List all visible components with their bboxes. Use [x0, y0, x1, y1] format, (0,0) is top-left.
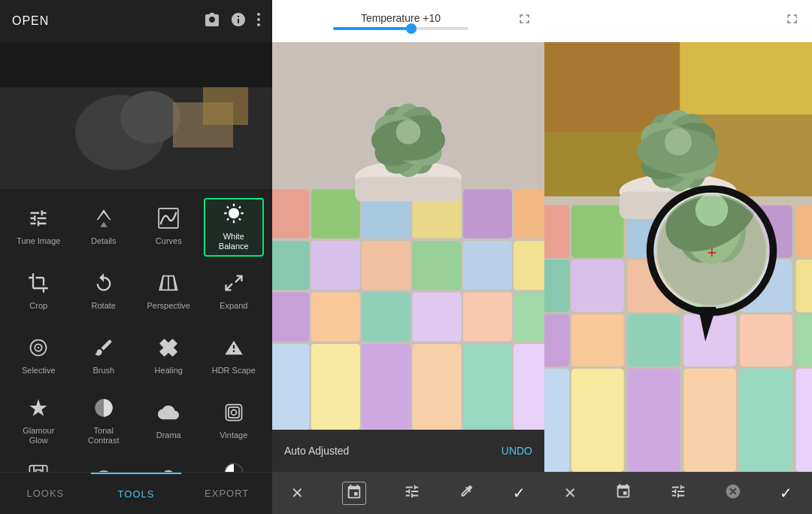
tool-tonal-contrast[interactable]: TonalContrast	[74, 392, 134, 451]
eyedropper-button[interactable]	[458, 483, 474, 503]
expand-icon	[223, 272, 244, 297]
selective-icon	[28, 337, 49, 361]
tool-crop[interactable]: Crop	[8, 263, 68, 321]
tool-grunge[interactable]: Grunge	[138, 457, 198, 472]
black-white-icon	[223, 462, 244, 472]
svg-rect-41	[272, 344, 310, 430]
svg-rect-83	[628, 369, 680, 472]
details-label: Details	[91, 236, 117, 246]
confirm-button[interactable]: ✓	[513, 484, 526, 502]
svg-rect-37	[362, 292, 411, 341]
tonal-contrast-label: TonalContrast	[88, 426, 120, 446]
svg-point-1	[257, 18, 260, 21]
tune-button[interactable]	[404, 483, 420, 503]
info-icon[interactable]	[232, 13, 245, 30]
left-thumbnail	[0, 42, 272, 189]
perspective-icon	[158, 272, 179, 297]
svg-rect-79	[740, 314, 792, 366]
tool-details[interactable]: Details	[74, 198, 134, 257]
svg-rect-20	[36, 470, 41, 472]
tool-selective[interactable]: Selective	[8, 327, 68, 386]
center-panel: Temperature +10	[272, 0, 544, 514]
svg-rect-80	[796, 314, 812, 366]
right-auto-button[interactable]	[615, 483, 632, 503]
svg-point-16	[231, 410, 236, 415]
svg-rect-29	[272, 241, 310, 290]
tool-brush[interactable]: Brush	[74, 327, 134, 386]
tools-grid: Tune Image Details Curves WhiteBalance	[0, 189, 272, 472]
svg-rect-69	[544, 260, 569, 312]
svg-rect-27	[463, 190, 512, 239]
tool-perspective[interactable]: Perspective	[138, 263, 198, 321]
healing-icon	[158, 337, 179, 361]
tool-retrolux[interactable]: Retrolux	[74, 457, 134, 472]
svg-rect-68	[796, 205, 812, 258]
right-top-bar	[544, 0, 812, 42]
tool-grainy-film[interactable]: GrainyFilm	[8, 457, 68, 472]
svg-rect-36	[311, 292, 360, 341]
svg-rect-31	[362, 241, 411, 290]
tool-rotate[interactable]: Rotate	[74, 263, 134, 321]
svg-rect-33	[463, 241, 512, 290]
hdr-scape-icon	[223, 337, 244, 361]
right-cancel-button[interactable]: ✕	[564, 484, 577, 502]
svg-rect-75	[544, 314, 569, 366]
nav-tab-export[interactable]: EXPORT	[181, 473, 272, 514]
tool-glamour-glow[interactable]: GlamourGlow	[8, 392, 68, 451]
more-icon[interactable]	[257, 13, 260, 30]
temperature-slider-container: Temperature +10	[284, 12, 517, 30]
tools-row-3: Selective Brush Healing HDR Scape	[0, 324, 272, 389]
svg-rect-86	[796, 369, 812, 472]
grunge-icon	[158, 467, 179, 472]
svg-point-0	[257, 13, 260, 16]
rotate-label: Rotate	[92, 301, 116, 311]
svg-rect-82	[571, 369, 624, 472]
svg-rect-32	[412, 241, 461, 290]
perspective-label: Perspective	[147, 301, 190, 311]
tune-image-icon	[28, 208, 49, 232]
tool-curves[interactable]: Curves	[138, 198, 198, 257]
details-icon	[93, 208, 114, 232]
nav-tab-looks[interactable]: LOOKS	[0, 473, 91, 514]
tool-vintage[interactable]: Vintage	[204, 392, 264, 451]
crop-label: Crop	[29, 301, 47, 311]
svg-rect-40	[514, 292, 544, 341]
svg-rect-85	[740, 369, 792, 472]
svg-rect-76	[571, 314, 624, 366]
svg-point-56	[396, 120, 421, 144]
svg-rect-77	[628, 314, 680, 366]
svg-rect-34	[514, 241, 544, 290]
drama-icon	[158, 402, 179, 426]
right-close-circle-button[interactable]	[725, 483, 741, 503]
right-expand-icon[interactable]	[785, 12, 800, 31]
retrolux-icon	[93, 467, 114, 472]
auto-adjusted-status: Auto Adjusted	[284, 445, 501, 457]
expand-label: Expand	[220, 301, 247, 311]
svg-text:+: +	[707, 243, 717, 262]
temperature-slider-track[interactable]	[333, 27, 468, 30]
cancel-button[interactable]: ✕	[291, 484, 304, 502]
svg-rect-17	[30, 465, 47, 472]
left-header: OPEN	[0, 0, 272, 42]
svg-point-95	[665, 128, 692, 155]
tool-expand[interactable]: Expand	[204, 263, 264, 321]
svg-rect-81	[544, 369, 569, 472]
tool-tune-image[interactable]: Tune Image	[8, 198, 68, 257]
nav-tab-tools[interactable]: TOOLS	[91, 473, 182, 514]
svg-point-2	[257, 23, 260, 26]
expand-panel-icon[interactable]	[517, 12, 532, 31]
tool-drama[interactable]: Drama	[138, 392, 198, 451]
right-tune-button[interactable]	[670, 483, 686, 503]
tool-white-balance[interactable]: WhiteBalance	[204, 198, 264, 257]
tool-healing[interactable]: Healing	[138, 327, 198, 386]
tool-black-white[interactable]: Black &White	[204, 457, 264, 472]
auto-button[interactable]	[342, 482, 366, 505]
camera-icon[interactable]	[205, 13, 220, 30]
right-image: +	[544, 42, 812, 472]
rotate-icon	[93, 272, 114, 297]
undo-button[interactable]: UNDO	[501, 445, 532, 457]
selective-label: Selective	[22, 366, 56, 376]
tool-hdr-scape[interactable]: HDR Scape	[204, 327, 264, 386]
right-confirm-button[interactable]: ✓	[780, 484, 792, 502]
svg-rect-42	[311, 344, 360, 430]
